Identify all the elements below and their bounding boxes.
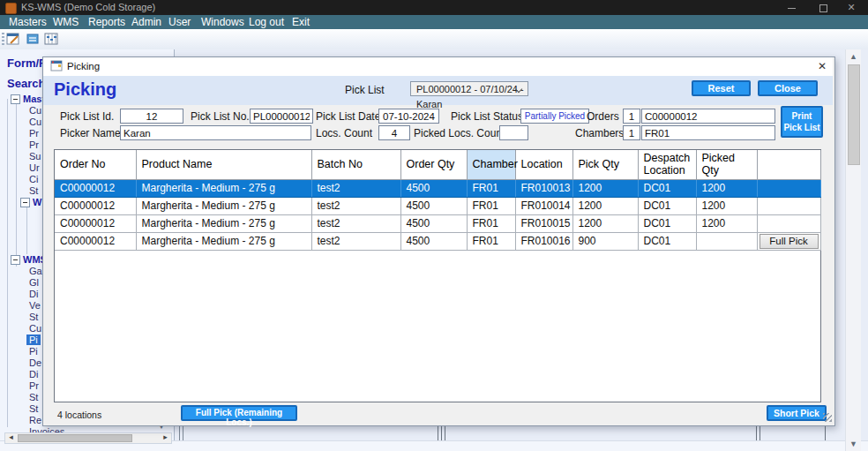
col-pick-qty[interactable]: Pick Qty: [572, 150, 638, 179]
cell-despatch-location[interactable]: DC01: [638, 197, 696, 214]
menu-reports[interactable]: Reports: [88, 16, 125, 29]
scroll-up-icon[interactable]: ▲: [846, 50, 861, 63]
cell-pick-qty[interactable]: 1200: [572, 179, 638, 197]
cell-batch-no[interactable]: test2: [311, 232, 400, 250]
menu-masters[interactable]: Masters: [9, 16, 47, 29]
cell-pick-qty[interactable]: 1200: [572, 214, 638, 232]
scroll-down-icon[interactable]: ▼: [846, 438, 861, 450]
collapse-icon[interactable]: [11, 94, 20, 104]
menu-wms[interactable]: WMS: [53, 16, 79, 29]
cell-despatch-location[interactable]: DC01: [638, 232, 696, 250]
orders-count-field[interactable]: [623, 109, 640, 124]
table-row[interactable]: C00000012 Margherita - Medium - 275 g te…: [55, 232, 820, 250]
cell-action[interactable]: [757, 179, 820, 197]
cell-order-no[interactable]: C00000012: [55, 179, 136, 197]
col-order-no[interactable]: Order No: [55, 150, 136, 179]
locs-count-field[interactable]: [378, 125, 410, 140]
reset-button[interactable]: Reset: [692, 80, 751, 96]
pick-list-date-field[interactable]: [378, 109, 439, 124]
resize-grip[interactable]: [823, 413, 832, 422]
picked-locs-count-field[interactable]: [499, 125, 528, 140]
cell-batch-no[interactable]: test2: [311, 197, 400, 214]
cell-picked-qty[interactable]: 1200: [696, 214, 757, 232]
cell-despatch-location[interactable]: DC01: [638, 214, 696, 232]
chambers-count-field[interactable]: [623, 125, 640, 140]
cell-location[interactable]: FR010016: [515, 232, 572, 250]
scroll-left-icon[interactable]: ◂: [6, 433, 16, 441]
cell-chamber[interactable]: FR01: [467, 179, 515, 197]
close-button[interactable]: ✕: [842, 1, 861, 14]
full-pick-remaining-button[interactable]: Full Pick (Remaining Locs.): [181, 405, 297, 421]
short-pick-button[interactable]: Short Pick: [767, 405, 827, 421]
table-row[interactable]: C00000012 Margherita - Medium - 275 g te…: [55, 197, 820, 214]
menu-admin[interactable]: Admin: [131, 16, 161, 29]
col-order-qty[interactable]: Order Qty: [400, 150, 467, 179]
report-icon[interactable]: [26, 32, 41, 47]
cell-product-name[interactable]: Margherita - Medium - 275 g: [136, 214, 311, 232]
col-action[interactable]: [757, 150, 820, 179]
col-chamber[interactable]: Chamber: [467, 150, 515, 179]
cell-product-name[interactable]: Margherita - Medium - 275 g: [136, 232, 311, 250]
cell-order-no[interactable]: C00000012: [55, 214, 136, 232]
cell-picked-qty[interactable]: [696, 232, 757, 250]
menu-exit[interactable]: Exit: [292, 16, 310, 29]
cell-picked-qty[interactable]: 1200: [696, 179, 757, 197]
col-location[interactable]: Location: [515, 150, 572, 179]
cell-product-name[interactable]: Margherita - Medium - 275 g: [136, 197, 311, 214]
dialog-title: Picking: [67, 61, 100, 71]
table-row[interactable]: C00000012 Margherita - Medium - 275 g te…: [55, 214, 820, 232]
col-picked-qty[interactable]: Picked Qty: [696, 150, 757, 179]
close-button[interactable]: Close: [758, 80, 818, 96]
menu-user[interactable]: User: [168, 16, 191, 29]
cell-action[interactable]: [757, 197, 820, 214]
dialog-titlebar[interactable]: Picking ✕: [43, 57, 833, 77]
cell-order-qty[interactable]: 4500: [400, 232, 467, 250]
cell-location[interactable]: FR010014: [515, 197, 572, 214]
cell-chamber[interactable]: FR01: [467, 214, 515, 232]
dialog-close-icon[interactable]: ✕: [814, 60, 830, 73]
cell-order-qty[interactable]: 4500: [400, 214, 467, 232]
menu-logout[interactable]: Log out: [249, 16, 284, 29]
full-pick-button[interactable]: Full Pick: [760, 234, 819, 249]
cell-location[interactable]: FR010015: [515, 214, 572, 232]
cell-chamber[interactable]: FR01: [467, 232, 515, 250]
scroll-right-icon[interactable]: ▸: [161, 433, 170, 441]
pick-list-no-field[interactable]: [250, 109, 313, 124]
orders-value-field[interactable]: [641, 109, 775, 124]
stock-grid-icon[interactable]: [44, 32, 59, 47]
cell-batch-no[interactable]: test2: [311, 179, 400, 197]
collapse-icon[interactable]: [20, 198, 30, 207]
col-batch-no[interactable]: Batch No: [311, 150, 400, 179]
cell-order-qty[interactable]: 4500: [400, 197, 467, 214]
picker-name-field[interactable]: [120, 125, 311, 140]
cell-picked-qty[interactable]: 1200: [696, 197, 757, 214]
sidebar-horizontal-scrollbar[interactable]: ◂ ▸: [4, 432, 172, 444]
cell-order-no[interactable]: C00000012: [55, 232, 136, 250]
col-despatch-location[interactable]: Despatch Location: [638, 150, 696, 179]
pick-list-id-field[interactable]: [120, 109, 183, 124]
pick-list-combobox[interactable]: PL00000012 - 07/10/24 - Karan: [410, 81, 528, 96]
scrollbar-thumb[interactable]: [18, 434, 132, 442]
chambers-value-field[interactable]: [641, 125, 775, 140]
cell-chamber[interactable]: FR01: [467, 197, 515, 214]
menu-windows[interactable]: Windows: [201, 16, 244, 29]
cell-action[interactable]: [757, 214, 820, 232]
cell-order-no[interactable]: C00000012: [55, 197, 136, 214]
sidebar-splitter[interactable]: [179, 425, 180, 440]
main-vertical-scrollbar[interactable]: ▲ ▼: [845, 49, 861, 451]
cell-product-name[interactable]: Margherita - Medium - 275 g: [136, 179, 311, 197]
table-row[interactable]: C00000012 Margherita - Medium - 275 g te…: [55, 179, 820, 197]
scrollbar-thumb[interactable]: [848, 64, 860, 165]
form-designer-icon[interactable]: [6, 32, 21, 47]
minimize-button[interactable]: [782, 1, 801, 14]
restore-button[interactable]: [813, 1, 833, 14]
collapse-icon[interactable]: [11, 255, 20, 265]
cell-despatch-location[interactable]: DC01: [638, 179, 696, 197]
col-product-name[interactable]: Product Name: [136, 150, 311, 179]
cell-location[interactable]: FR010013: [515, 179, 572, 197]
cell-pick-qty[interactable]: 900: [572, 232, 638, 250]
print-pick-list-button[interactable]: Print Pick List: [781, 106, 823, 138]
cell-batch-no[interactable]: test2: [311, 214, 400, 232]
cell-order-qty[interactable]: 4500: [400, 179, 467, 197]
cell-pick-qty[interactable]: 1200: [572, 197, 638, 214]
